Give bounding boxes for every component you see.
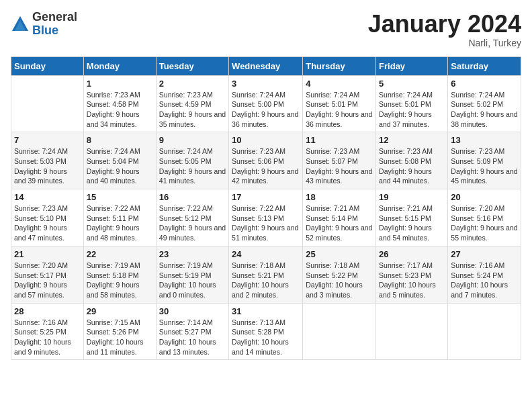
header-cell-friday: Friday (376, 56, 448, 75)
calendar-cell: 11Sunrise: 7:23 AMSunset: 5:07 PMDayligh… (303, 132, 376, 189)
header-cell-thursday: Thursday (303, 56, 376, 75)
calendar-cell: 28Sunrise: 7:16 AMSunset: 5:25 PMDayligh… (11, 303, 84, 360)
day-number: 20 (451, 192, 518, 202)
day-number: 19 (379, 192, 445, 202)
header-cell-saturday: Saturday (448, 56, 521, 75)
day-number: 10 (232, 135, 300, 145)
day-info: Sunrise: 7:24 AMSunset: 5:01 PMDaylight:… (379, 90, 445, 130)
calendar-header: SundayMondayTuesdayWednesdayThursdayFrid… (11, 56, 521, 75)
day-info: Sunrise: 7:24 AMSunset: 5:05 PMDaylight:… (159, 146, 226, 186)
header-cell-monday: Monday (83, 56, 156, 75)
calendar-cell: 18Sunrise: 7:21 AMSunset: 5:14 PMDayligh… (303, 189, 376, 246)
header-cell-wednesday: Wednesday (229, 56, 303, 75)
day-number: 29 (87, 306, 153, 316)
day-info: Sunrise: 7:13 AMSunset: 5:28 PMDaylight:… (232, 318, 300, 357)
day-number: 14 (14, 192, 81, 202)
calendar-cell: 12Sunrise: 7:23 AMSunset: 5:08 PMDayligh… (376, 132, 448, 189)
calendar-week-3: 21Sunrise: 7:20 AMSunset: 5:17 PMDayligh… (11, 246, 521, 303)
day-number: 4 (306, 79, 373, 89)
day-number: 25 (306, 249, 373, 259)
day-info: Sunrise: 7:23 AMSunset: 5:06 PMDaylight:… (232, 146, 300, 186)
month-title: January 2024 (368, 11, 521, 38)
day-number: 30 (159, 306, 226, 316)
calendar-cell: 10Sunrise: 7:23 AMSunset: 5:06 PMDayligh… (229, 132, 303, 189)
day-info: Sunrise: 7:22 AMSunset: 5:11 PMDaylight:… (87, 203, 153, 243)
calendar-cell: 5Sunrise: 7:24 AMSunset: 5:01 PMDaylight… (376, 75, 448, 132)
day-info: Sunrise: 7:20 AMSunset: 5:17 PMDaylight:… (14, 261, 81, 300)
calendar-cell: 3Sunrise: 7:24 AMSunset: 5:00 PMDaylight… (229, 75, 303, 132)
day-info: Sunrise: 7:24 AMSunset: 5:04 PMDaylight:… (87, 146, 153, 186)
header-row: SundayMondayTuesdayWednesdayThursdayFrid… (11, 56, 521, 75)
calendar-cell (11, 75, 84, 132)
calendar-cell: 30Sunrise: 7:14 AMSunset: 5:27 PMDayligh… (156, 303, 228, 360)
day-number: 18 (306, 192, 373, 202)
day-info: Sunrise: 7:23 AMSunset: 5:08 PMDaylight:… (379, 146, 445, 186)
calendar-week-2: 14Sunrise: 7:23 AMSunset: 5:10 PMDayligh… (11, 189, 521, 246)
day-info: Sunrise: 7:22 AMSunset: 5:13 PMDaylight:… (232, 203, 300, 243)
day-number: 24 (232, 249, 300, 259)
day-info: Sunrise: 7:24 AMSunset: 5:00 PMDaylight:… (232, 90, 300, 130)
calendar-cell: 31Sunrise: 7:13 AMSunset: 5:28 PMDayligh… (229, 303, 303, 360)
day-info: Sunrise: 7:24 AMSunset: 5:01 PMDaylight:… (306, 90, 373, 130)
day-number: 17 (232, 192, 300, 202)
day-info: Sunrise: 7:20 AMSunset: 5:16 PMDaylight:… (451, 203, 518, 243)
calendar-cell: 26Sunrise: 7:17 AMSunset: 5:23 PMDayligh… (376, 246, 448, 303)
calendar-cell: 15Sunrise: 7:22 AMSunset: 5:11 PMDayligh… (83, 189, 156, 246)
calendar-cell: 6Sunrise: 7:24 AMSunset: 5:02 PMDaylight… (448, 75, 521, 132)
day-info: Sunrise: 7:23 AMSunset: 5:07 PMDaylight:… (306, 146, 373, 186)
calendar-table: SundayMondayTuesdayWednesdayThursdayFrid… (11, 56, 521, 361)
day-info: Sunrise: 7:18 AMSunset: 5:21 PMDaylight:… (232, 261, 300, 300)
calendar-body: 1Sunrise: 7:23 AMSunset: 4:58 PMDaylight… (11, 75, 521, 360)
day-info: Sunrise: 7:19 AMSunset: 5:18 PMDaylight:… (87, 261, 153, 300)
logo-icon (11, 15, 30, 34)
calendar-cell: 21Sunrise: 7:20 AMSunset: 5:17 PMDayligh… (11, 246, 84, 303)
calendar-cell: 7Sunrise: 7:24 AMSunset: 5:03 PMDaylight… (11, 132, 84, 189)
day-number: 26 (379, 249, 445, 259)
day-number: 27 (451, 249, 518, 259)
day-info: Sunrise: 7:21 AMSunset: 5:15 PMDaylight:… (379, 203, 445, 243)
page-header: General Blue January 2024 Narli, Turkey (11, 11, 521, 48)
day-number: 21 (14, 249, 81, 259)
day-number: 8 (87, 135, 153, 145)
day-info: Sunrise: 7:16 AMSunset: 5:25 PMDaylight:… (14, 318, 81, 357)
day-number: 23 (159, 249, 226, 259)
day-info: Sunrise: 7:23 AMSunset: 5:09 PMDaylight:… (451, 146, 518, 186)
logo-general: General (32, 11, 77, 24)
calendar-cell: 25Sunrise: 7:18 AMSunset: 5:22 PMDayligh… (303, 246, 376, 303)
header-cell-tuesday: Tuesday (156, 56, 228, 75)
day-number: 7 (14, 135, 81, 145)
day-number: 9 (159, 135, 226, 145)
calendar-week-1: 7Sunrise: 7:24 AMSunset: 5:03 PMDaylight… (11, 132, 521, 189)
calendar-cell: 9Sunrise: 7:24 AMSunset: 5:05 PMDaylight… (156, 132, 228, 189)
day-info: Sunrise: 7:15 AMSunset: 5:26 PMDaylight:… (87, 318, 153, 357)
day-info: Sunrise: 7:23 AMSunset: 5:10 PMDaylight:… (14, 203, 81, 243)
calendar-cell: 23Sunrise: 7:19 AMSunset: 5:19 PMDayligh… (156, 246, 228, 303)
day-info: Sunrise: 7:14 AMSunset: 5:27 PMDaylight:… (159, 318, 226, 357)
day-number: 12 (379, 135, 445, 145)
day-number: 31 (232, 306, 300, 316)
calendar-cell: 16Sunrise: 7:22 AMSunset: 5:12 PMDayligh… (156, 189, 228, 246)
calendar-cell: 4Sunrise: 7:24 AMSunset: 5:01 PMDaylight… (303, 75, 376, 132)
day-number: 28 (14, 306, 81, 316)
day-info: Sunrise: 7:23 AMSunset: 4:58 PMDaylight:… (87, 90, 153, 130)
day-info: Sunrise: 7:22 AMSunset: 5:12 PMDaylight:… (159, 203, 226, 243)
day-info: Sunrise: 7:24 AMSunset: 5:03 PMDaylight:… (14, 146, 81, 186)
calendar-cell: 19Sunrise: 7:21 AMSunset: 5:15 PMDayligh… (376, 189, 448, 246)
location: Narli, Turkey (368, 38, 521, 48)
calendar-cell: 8Sunrise: 7:24 AMSunset: 5:04 PMDaylight… (83, 132, 156, 189)
calendar-week-0: 1Sunrise: 7:23 AMSunset: 4:58 PMDaylight… (11, 75, 521, 132)
day-number: 3 (232, 79, 300, 89)
day-number: 6 (451, 79, 518, 89)
day-info: Sunrise: 7:17 AMSunset: 5:23 PMDaylight:… (379, 261, 445, 300)
day-number: 1 (87, 79, 153, 89)
logo-text: General Blue (32, 11, 77, 38)
day-info: Sunrise: 7:19 AMSunset: 5:19 PMDaylight:… (159, 261, 226, 300)
day-info: Sunrise: 7:21 AMSunset: 5:14 PMDaylight:… (306, 203, 373, 243)
logo-blue: Blue (32, 24, 77, 38)
calendar-cell: 20Sunrise: 7:20 AMSunset: 5:16 PMDayligh… (448, 189, 521, 246)
day-info: Sunrise: 7:24 AMSunset: 5:02 PMDaylight:… (451, 90, 518, 130)
calendar-cell: 24Sunrise: 7:18 AMSunset: 5:21 PMDayligh… (229, 246, 303, 303)
day-number: 15 (87, 192, 153, 202)
day-info: Sunrise: 7:18 AMSunset: 5:22 PMDaylight:… (306, 261, 373, 300)
calendar-cell: 29Sunrise: 7:15 AMSunset: 5:26 PMDayligh… (83, 303, 156, 360)
